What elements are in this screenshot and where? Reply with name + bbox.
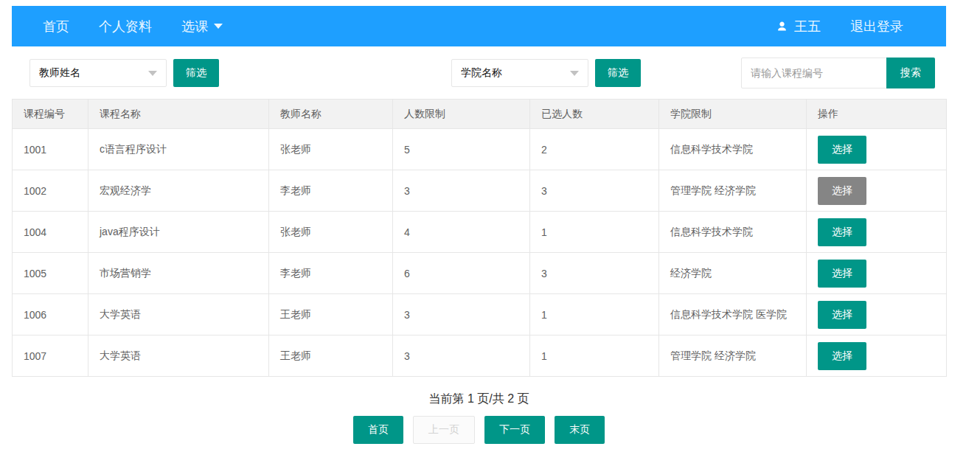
column-header: 课程名称 bbox=[88, 100, 269, 129]
chevron-down-icon bbox=[570, 71, 579, 76]
college-restriction-cell: 管理学院 经济学院 bbox=[659, 335, 807, 377]
nav-user-name: 王五 bbox=[794, 18, 821, 35]
first-page-button[interactable]: 首页 bbox=[353, 416, 403, 444]
teacher-name-cell: 张老师 bbox=[269, 129, 393, 170]
course-name-cell: java程序设计 bbox=[88, 212, 269, 253]
selected-count-cell: 1 bbox=[530, 335, 659, 377]
select-course-button[interactable]: 选择 bbox=[818, 301, 866, 329]
teacher-select-value: 教师姓名 bbox=[39, 66, 80, 80]
teacher-name-cell: 王老师 bbox=[269, 335, 393, 377]
last-page-button[interactable]: 末页 bbox=[555, 416, 605, 444]
teacher-filter-button[interactable]: 筛选 bbox=[173, 59, 219, 87]
column-header: 课程编号 bbox=[13, 100, 88, 129]
course-name-cell: 市场营销学 bbox=[88, 253, 269, 294]
course-id-search-input[interactable] bbox=[741, 58, 887, 88]
pagination-buttons: 首页上一页下一页末页 bbox=[12, 416, 946, 444]
limit-count-cell: 4 bbox=[393, 212, 530, 253]
selected-count-cell: 3 bbox=[530, 170, 659, 212]
limit-count-cell: 3 bbox=[393, 170, 530, 212]
nav-user[interactable]: 王五 bbox=[761, 6, 835, 46]
column-header: 学院限制 bbox=[659, 100, 807, 129]
action-cell: 选择 bbox=[807, 129, 947, 170]
selected-count-cell: 3 bbox=[530, 253, 659, 294]
limit-count-cell: 6 bbox=[393, 253, 530, 294]
college-select[interactable]: 学院名称 bbox=[451, 59, 588, 87]
table-row: 1007大学英语王老师31管理学院 经济学院选择 bbox=[13, 335, 947, 377]
select-course-button[interactable]: 选择 bbox=[818, 136, 866, 164]
teacher-name-cell: 张老师 bbox=[269, 212, 393, 253]
column-header: 教师名称 bbox=[269, 100, 393, 129]
page: 首页 个人资料 选课 王五 退出登录 教师姓名 筛选 bbox=[0, 0, 980, 444]
course-id-cell: 1007 bbox=[13, 335, 88, 377]
nav-item-course-select[interactable]: 选课 bbox=[167, 6, 237, 46]
action-cell: 选择 bbox=[807, 253, 947, 294]
selected-count-cell: 2 bbox=[530, 129, 659, 170]
prev-page-button[interactable]: 上一页 bbox=[413, 416, 475, 444]
action-cell: 选择 bbox=[807, 170, 947, 212]
course-id-cell: 1002 bbox=[13, 170, 88, 212]
table-row: 1001c语言程序设计张老师52信息科学技术学院选择 bbox=[13, 129, 947, 170]
course-id-cell: 1001 bbox=[13, 129, 88, 170]
selected-count-cell: 1 bbox=[530, 212, 659, 253]
select-course-button[interactable]: 选择 bbox=[818, 342, 866, 370]
pagination: 当前第 1 页/共 2 页 首页上一页下一页末页 bbox=[12, 384, 946, 444]
nav-logout[interactable]: 退出登录 bbox=[835, 6, 918, 46]
course-name-cell: 大学英语 bbox=[88, 294, 269, 335]
teacher-name-cell: 李老师 bbox=[269, 170, 393, 212]
nav-right: 王五 退出登录 bbox=[761, 6, 918, 46]
college-select-value: 学院名称 bbox=[461, 66, 502, 80]
search-button[interactable]: 搜索 bbox=[886, 58, 935, 88]
table-row: 1002宏观经济学李老师33管理学院 经济学院选择 bbox=[13, 170, 947, 212]
action-cell: 选择 bbox=[807, 212, 947, 253]
column-header: 已选人数 bbox=[530, 100, 659, 129]
teacher-name-cell: 王老师 bbox=[269, 294, 393, 335]
college-restriction-cell: 信息科学技术学院 bbox=[659, 212, 807, 253]
course-name-cell: 宏观经济学 bbox=[88, 170, 269, 212]
college-restriction-cell: 经济学院 bbox=[659, 253, 807, 294]
table-row: 1004java程序设计张老师41信息科学技术学院选择 bbox=[13, 212, 947, 253]
user-icon bbox=[776, 20, 788, 32]
action-cell: 选择 bbox=[807, 335, 947, 377]
table-row: 1006大学英语王老师31信息科学技术学院 医学院选择 bbox=[13, 294, 947, 335]
teacher-select[interactable]: 教师姓名 bbox=[29, 59, 167, 87]
pagination-status: 当前第 1 页/共 2 页 bbox=[12, 384, 946, 416]
table-header-row: 课程编号课程名称教师名称人数限制已选人数学院限制操作 bbox=[13, 100, 947, 129]
limit-count-cell: 3 bbox=[393, 335, 530, 377]
college-restriction-cell: 信息科学技术学院 医学院 bbox=[659, 294, 807, 335]
limit-count-cell: 3 bbox=[393, 294, 530, 335]
course-id-cell: 1006 bbox=[13, 294, 88, 335]
action-cell: 选择 bbox=[807, 294, 947, 335]
nav-item-home[interactable]: 首页 bbox=[28, 6, 84, 46]
limit-count-cell: 5 bbox=[393, 129, 530, 170]
next-page-button[interactable]: 下一页 bbox=[484, 416, 545, 444]
select-course-button[interactable]: 选择 bbox=[818, 177, 866, 205]
course-id-cell: 1004 bbox=[13, 212, 88, 253]
chevron-down-icon bbox=[214, 24, 223, 29]
table-body: 1001c语言程序设计张老师52信息科学技术学院选择1002宏观经济学李老师33… bbox=[13, 129, 947, 377]
course-table: 课程编号课程名称教师名称人数限制已选人数学院限制操作 1001c语言程序设计张老… bbox=[12, 99, 947, 377]
select-course-button[interactable]: 选择 bbox=[818, 260, 866, 288]
teacher-name-cell: 李老师 bbox=[269, 253, 393, 294]
table-head: 课程编号课程名称教师名称人数限制已选人数学院限制操作 bbox=[13, 100, 947, 129]
nav-item-course-select-label: 选课 bbox=[181, 18, 208, 35]
chevron-down-icon bbox=[148, 71, 157, 76]
selected-count-cell: 1 bbox=[530, 294, 659, 335]
college-restriction-cell: 管理学院 经济学院 bbox=[659, 170, 807, 212]
navbar: 首页 个人资料 选课 王五 退出登录 bbox=[12, 6, 946, 46]
course-id-cell: 1005 bbox=[13, 253, 88, 294]
nav-item-profile[interactable]: 个人资料 bbox=[84, 6, 167, 46]
course-name-cell: c语言程序设计 bbox=[88, 129, 269, 170]
college-filter-button[interactable]: 筛选 bbox=[595, 59, 641, 87]
college-filter-group: 学院名称 筛选 bbox=[451, 59, 641, 87]
teacher-filter-group: 教师姓名 筛选 bbox=[29, 59, 219, 87]
select-course-button[interactable]: 选择 bbox=[818, 218, 866, 246]
search-group: 搜索 bbox=[741, 58, 935, 88]
nav-left: 首页 个人资料 选课 bbox=[28, 6, 237, 46]
column-header: 操作 bbox=[807, 100, 947, 129]
course-name-cell: 大学英语 bbox=[88, 335, 269, 377]
filter-row: 教师姓名 筛选 学院名称 筛选 搜索 bbox=[29, 58, 946, 88]
college-restriction-cell: 信息科学技术学院 bbox=[659, 129, 807, 170]
table-row: 1005市场营销学李老师63经济学院选择 bbox=[13, 253, 947, 294]
column-header: 人数限制 bbox=[393, 100, 530, 129]
